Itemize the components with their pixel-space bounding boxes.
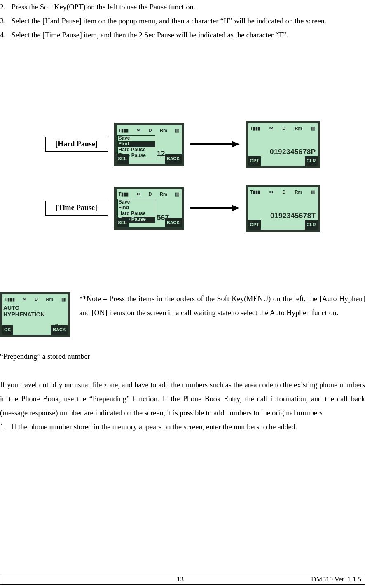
status-bar: T▮▮▮ ✉ D Rm ▥ bbox=[117, 125, 182, 136]
status-bar: T▮▮▮ ✉ D Rm ▥ bbox=[248, 187, 318, 197]
phone-screen-result-hard: T▮▮▮ ✉ D Rm ▥ 0192345678P OPT CLR bbox=[246, 121, 320, 168]
page-number: 13 bbox=[177, 575, 184, 583]
status-bar: T▮▮▮ ✉ D Rm ▥ bbox=[117, 189, 182, 199]
d-icon: D bbox=[283, 124, 286, 133]
status-bar: T▮▮▮ ✉ D Rm ▥ bbox=[2, 294, 68, 305]
softkey-right: BACK bbox=[165, 154, 182, 164]
svg-marker-1 bbox=[232, 141, 240, 148]
subheading-prepending: “Prepending” a stored number bbox=[0, 349, 365, 363]
d-icon: D bbox=[35, 295, 38, 304]
svg-marker-3 bbox=[232, 205, 240, 211]
softkey-right: BACK bbox=[165, 218, 182, 227]
rm-icon: Rm bbox=[160, 126, 167, 135]
rm-icon: Rm bbox=[295, 124, 302, 133]
battery-icon: ▥ bbox=[311, 188, 315, 197]
mail-icon: ✉ bbox=[137, 190, 140, 199]
softkey-right: BACK bbox=[51, 325, 68, 335]
list-text: Select the [Time Pause] item, and then t… bbox=[12, 28, 365, 42]
note-text: **Note – Press the items in the orders o… bbox=[79, 292, 365, 337]
list-number: 1. bbox=[0, 420, 12, 434]
arrow-icon bbox=[190, 204, 240, 212]
auto-hyphen-line2: HYPHENATION bbox=[3, 312, 68, 318]
softkey-left: OK bbox=[2, 325, 13, 335]
menu-item: Hard Pause bbox=[118, 147, 155, 153]
phone-screen-auto-hyphen: T▮▮▮ ✉ D Rm ▥ AUTO HYPHENATION On OK BAC… bbox=[0, 292, 70, 337]
menu-item: Hard Pause bbox=[118, 211, 155, 217]
signal-icon: T▮▮▮ bbox=[119, 190, 129, 199]
softkey-left: OPT bbox=[248, 156, 261, 166]
mail-icon: ✉ bbox=[23, 295, 26, 304]
softkey-right: CLR bbox=[305, 156, 318, 166]
paragraph-prepending: If you travel out of your usual life zon… bbox=[0, 378, 365, 420]
list-number: 3. bbox=[0, 14, 12, 28]
signal-icon: T▮▮▮ bbox=[250, 188, 261, 197]
status-bar: T▮▮▮ ✉ D Rm ▥ bbox=[248, 123, 318, 134]
battery-icon: ▥ bbox=[61, 295, 66, 304]
softkey-right: CLR bbox=[305, 220, 318, 230]
list-text: If the phone number stored in the memory… bbox=[12, 420, 365, 434]
figure-row-hard-pause: [Hard Pause] T▮▮▮ ✉ D Rm ▥ Save Find Har… bbox=[45, 121, 320, 168]
menu-item: Find bbox=[118, 205, 155, 211]
rm-icon: Rm bbox=[46, 295, 54, 304]
softkey-left: OPT bbox=[248, 220, 261, 230]
document-version: DM510 Ver. 1.1.5 bbox=[311, 575, 361, 583]
menu-item: Save bbox=[118, 136, 155, 141]
rm-icon: Rm bbox=[160, 190, 167, 199]
softkey-left: SEL bbox=[117, 154, 129, 164]
label-time-pause: [Time Pause] bbox=[45, 201, 108, 216]
softkey-left: SEL bbox=[117, 218, 129, 227]
phone-screen-result-time: T▮▮▮ ✉ D Rm ▥ 0192345678T OPT CLR bbox=[246, 185, 320, 232]
battery-icon: ▥ bbox=[311, 124, 315, 133]
arrow-icon bbox=[190, 140, 240, 148]
mail-icon: ✉ bbox=[269, 188, 273, 197]
instruction-list-2: 1. If the phone number stored in the mem… bbox=[0, 420, 365, 434]
d-icon: D bbox=[149, 190, 152, 199]
list-number: 4. bbox=[0, 28, 12, 42]
label-hard-pause: [Hard Pause] bbox=[45, 137, 108, 152]
list-text: Select the [Hard Pause] item on the popu… bbox=[12, 14, 365, 28]
menu-item: Save bbox=[118, 199, 155, 205]
signal-icon: T▮▮▮ bbox=[250, 124, 261, 133]
rm-icon: Rm bbox=[295, 188, 302, 197]
list-number: 2. bbox=[0, 0, 12, 14]
signal-icon: T▮▮▮ bbox=[5, 295, 15, 304]
note-section: T▮▮▮ ✉ D Rm ▥ AUTO HYPHENATION On OK BAC… bbox=[0, 292, 365, 337]
auto-hyphen-title: AUTO HYPHENATION bbox=[2, 305, 68, 318]
d-icon: D bbox=[149, 126, 152, 135]
phone-screen-menu-hard: T▮▮▮ ✉ D Rm ▥ Save Find Hard Pause Time … bbox=[114, 123, 184, 166]
signal-icon: T▮▮▮ bbox=[119, 126, 129, 135]
list-text: Press the Soft Key(OPT) on the left to u… bbox=[12, 0, 365, 14]
auto-hyphen-line1: AUTO bbox=[3, 305, 68, 311]
battery-icon: ▥ bbox=[175, 190, 179, 199]
mail-icon: ✉ bbox=[269, 124, 273, 133]
instruction-list: 2. Press the Soft Key(OPT) on the left t… bbox=[0, 0, 365, 42]
figure-area: [Hard Pause] T▮▮▮ ✉ D Rm ▥ Save Find Har… bbox=[0, 121, 365, 232]
d-icon: D bbox=[283, 188, 286, 197]
menu-item-selected: Find bbox=[118, 141, 155, 147]
figure-row-time-pause: [Time Pause] T▮▮▮ ✉ D Rm ▥ Save Find Har… bbox=[45, 185, 320, 232]
mail-icon: ✉ bbox=[137, 126, 140, 135]
page-footer: 13 DM510 Ver. 1.1.5 bbox=[0, 574, 365, 585]
phone-screen-menu-time: T▮▮▮ ✉ D Rm ▥ Save Find Hard Pause Time … bbox=[114, 187, 184, 230]
battery-icon: ▥ bbox=[175, 126, 179, 135]
